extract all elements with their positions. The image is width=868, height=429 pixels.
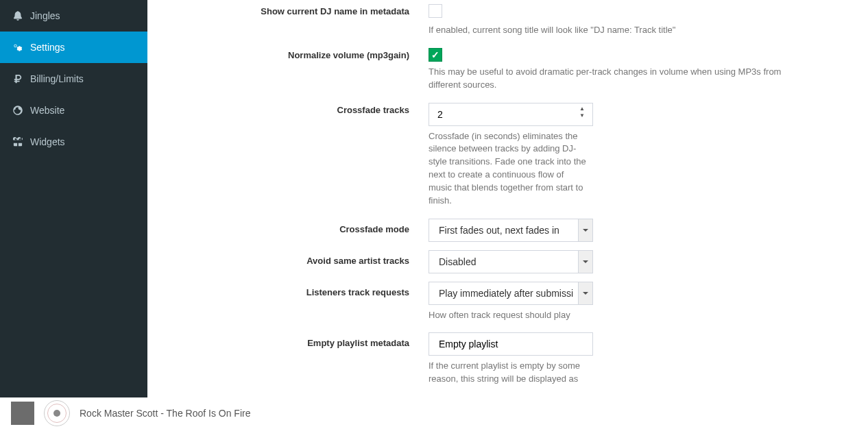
sidebar-item-website[interactable]: Website [0,95,147,126]
sidebar-item-billing[interactable]: Billing/Limits [0,63,147,95]
crossfade-mode-select[interactable]: First fades out, next fades in [429,219,593,242]
sidebar-item-label: Jingles [30,10,60,21]
now-playing-title: Rock Master Scott - The Roof Is On Fire [80,408,250,419]
player-footer: Rock Master Scott - The Roof Is On Fire [0,397,868,429]
empty-playlist-input[interactable] [429,332,593,356]
empty-playlist-label: Empty playlist metadata [175,332,429,386]
sidebar-item-label: Billing/Limits [30,73,84,84]
sidebar-item-jingles[interactable]: Jingles [0,0,147,32]
ruble-icon [11,74,25,84]
avoid-artist-select[interactable]: Disabled [429,250,593,273]
track-requests-select[interactable]: Play immediately after submissi [429,282,593,305]
normalize-label: Normalize volume (mp3gain) [175,48,429,92]
gift-icon [11,137,25,147]
cogs-icon [11,42,25,52]
sidebar-item-settings[interactable]: Settings [0,32,147,63]
settings-form: Show current DJ name in metadata If enab… [147,0,868,397]
track-requests-help: How often track request should play [429,309,593,322]
globe-icon [11,106,25,115]
sidebar: Jingles Settings Billing/Limits Website … [0,0,147,397]
crossfade-input[interactable] [429,103,593,126]
album-art-icon[interactable] [44,400,70,426]
empty-playlist-help: If the current playlist is empty by some… [429,360,588,386]
show-dj-checkbox[interactable] [429,4,442,18]
normalize-checkbox[interactable] [429,48,442,62]
show-dj-label: Show current DJ name in metadata [175,4,429,37]
crossfade-help: Crossfade (in seconds) eliminates the si… [429,130,588,208]
crossfade-mode-label: Crossfade mode [175,219,429,242]
sidebar-item-label: Settings [30,42,65,53]
normalize-help: This may be useful to avoid dramatic per… [429,66,785,92]
track-requests-label: Listeners track requests [175,282,429,322]
sidebar-item-widgets[interactable]: Widgets [0,126,147,158]
show-dj-help: If enabled, current song title will look… [429,24,675,37]
crossfade-stepper[interactable]: ▲▼ [578,106,586,119]
crossfade-label: Crossfade tracks [175,103,429,208]
player-control-icon[interactable] [11,402,34,425]
sidebar-item-label: Widgets [30,136,65,147]
bell-icon [11,11,25,21]
sidebar-item-label: Website [30,105,64,116]
avoid-artist-label: Avoid same artist tracks [175,250,429,273]
